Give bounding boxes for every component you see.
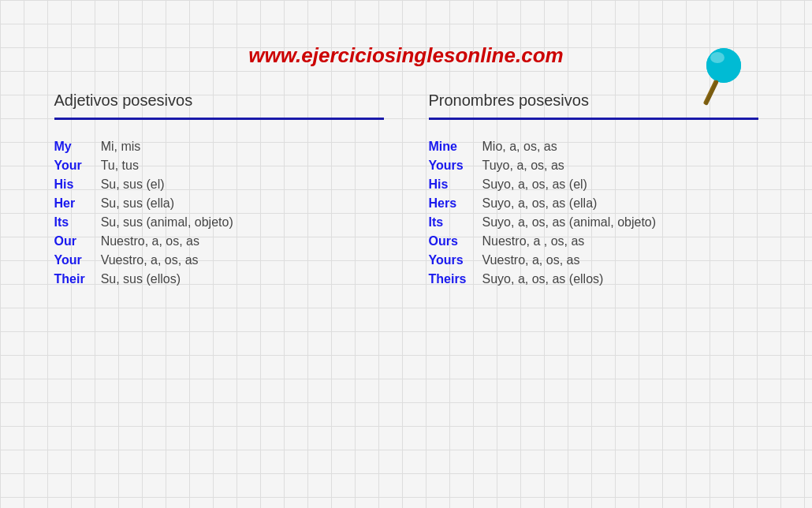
list-item: TheirsSuyo, a, os, as (ellos) <box>429 270 657 289</box>
list-item: ItsSuyo, a, os, as (animal, objeto) <box>429 213 657 232</box>
word-en: Mine <box>429 137 482 156</box>
svg-line-5 <box>706 82 717 103</box>
word-es: Vuestro, a, os, as <box>101 251 233 270</box>
site-url: www.ejerciciosinglesonline.com <box>248 43 563 67</box>
word-en: His <box>429 175 482 194</box>
word-en: His <box>54 175 101 194</box>
svg-point-3 <box>706 48 741 83</box>
word-es: Tu, tus <box>101 156 233 175</box>
list-item: MineMio, a, os, as <box>429 137 657 156</box>
list-item: HisSuyo, a, os, as (el) <box>429 175 657 194</box>
list-item: OurNuestro, a, os, as <box>54 232 233 251</box>
word-es: Suyo, a, os, as (ellos) <box>482 270 657 289</box>
word-es: Suyo, a, os, as (ella) <box>482 194 657 213</box>
word-en: My <box>54 137 101 156</box>
list-item: HisSu, sus (el) <box>54 175 233 194</box>
word-en: Its <box>54 213 101 232</box>
word-es: Suyo, a, os, as (animal, objeto) <box>482 213 657 232</box>
list-item: TheirSu, sus (ellos) <box>54 270 233 289</box>
word-en: Their <box>54 270 101 289</box>
right-word-list: MineMio, a, os, asYoursTuyo, a, os, asHi… <box>429 137 657 289</box>
word-es: Nuestro, a, os, as <box>101 232 233 251</box>
word-en: Ours <box>429 232 482 251</box>
list-item: HersSuyo, a, os, as (ella) <box>429 194 657 213</box>
word-es: Suyo, a, os, as (el) <box>482 175 657 194</box>
word-es: Nuestro, a , os, as <box>482 232 657 251</box>
word-en: Hers <box>429 194 482 213</box>
header: www.ejerciciosinglesonline.com <box>0 0 812 84</box>
word-es: Vuestro, a, os, as <box>482 251 657 270</box>
word-es: Su, sus (ellos) <box>101 270 233 289</box>
word-en: Theirs <box>429 270 482 289</box>
content: Adjetivos posesivos MyMi, misYourTu, tus… <box>0 84 812 297</box>
word-en: Her <box>54 194 101 213</box>
list-item: YoursVuestro, a, os, as <box>429 251 657 270</box>
list-item: YourTu, tus <box>54 156 233 175</box>
list-item: MyMi, mis <box>54 137 233 156</box>
right-section-divider <box>429 118 758 120</box>
list-item: HerSu, sus (ella) <box>54 194 233 213</box>
left-word-list: MyMi, misYourTu, tusHisSu, sus (el)HerSu… <box>54 137 233 289</box>
word-en: Yours <box>429 251 482 270</box>
list-item: YourVuestro, a, os, as <box>54 251 233 270</box>
word-en: Its <box>429 213 482 232</box>
word-en: Your <box>54 156 101 175</box>
word-en: Your <box>54 251 101 270</box>
word-es: Su, sus (animal, objeto) <box>101 213 233 232</box>
right-section: Pronombres posesivos MineMio, a, os, asY… <box>429 92 758 289</box>
word-es: Mio, a, os, as <box>482 137 657 156</box>
left-section-divider <box>54 118 384 120</box>
list-item: ItsSu, sus (animal, objeto) <box>54 213 233 232</box>
word-es: Su, sus (ella) <box>101 194 233 213</box>
list-item: YoursTuyo, a, os, as <box>429 156 657 175</box>
word-es: Tuyo, a, os, as <box>482 156 657 175</box>
word-es: Mi, mis <box>101 137 233 156</box>
word-en: Yours <box>429 156 482 175</box>
left-section-title: Adjetivos posesivos <box>54 92 384 110</box>
left-section: Adjetivos posesivos MyMi, misYourTu, tus… <box>54 92 384 289</box>
word-en: Our <box>54 232 101 251</box>
list-item: OursNuestro, a , os, as <box>429 232 657 251</box>
word-es: Su, sus (el) <box>101 175 233 194</box>
svg-point-4 <box>710 52 724 63</box>
pin-icon <box>694 43 749 106</box>
